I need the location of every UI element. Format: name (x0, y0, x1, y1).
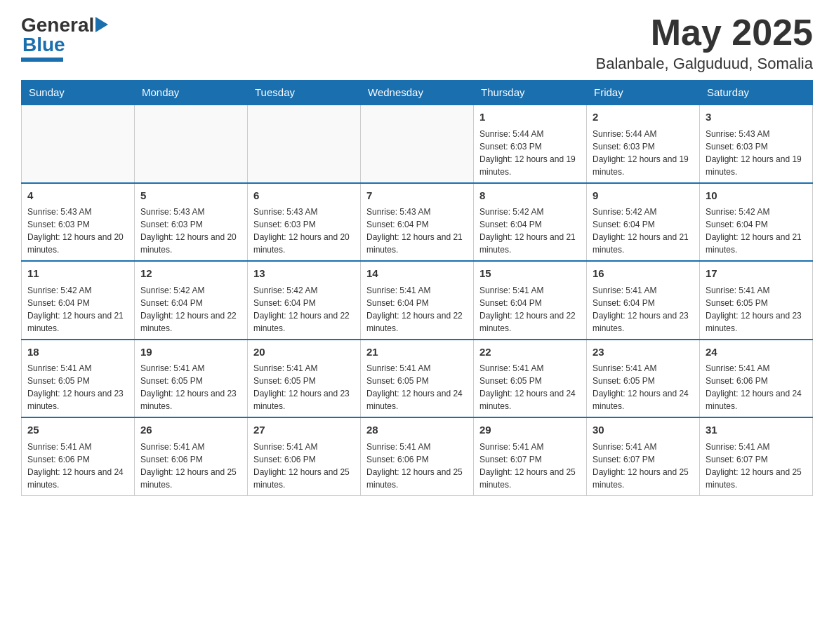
day-info: Daylight: 12 hours and 21 minutes. (593, 231, 694, 256)
day-info: Sunset: 6:05 PM (366, 375, 468, 387)
calendar-cell: 7Sunrise: 5:43 AMSunset: 6:04 PMDaylight… (361, 183, 474, 262)
calendar-cell: 14Sunrise: 5:41 AMSunset: 6:04 PMDayligh… (361, 261, 474, 340)
calendar-cell: 29Sunrise: 5:41 AMSunset: 6:07 PMDayligh… (474, 417, 587, 495)
day-number: 15 (479, 266, 581, 282)
day-info: Daylight: 12 hours and 20 minutes. (27, 231, 128, 256)
day-number: 28 (366, 422, 468, 438)
week-row-1: 1Sunrise: 5:44 AMSunset: 6:03 PMDaylight… (22, 105, 813, 183)
day-info: Sunrise: 5:41 AM (253, 362, 355, 375)
day-info: Daylight: 12 hours and 24 minutes. (706, 387, 807, 412)
calendar-cell: 28Sunrise: 5:41 AMSunset: 6:06 PMDayligh… (361, 417, 474, 495)
week-row-3: 11Sunrise: 5:42 AMSunset: 6:04 PMDayligh… (22, 261, 813, 340)
month-title: May 2025 (596, 14, 813, 51)
day-number: 16 (593, 266, 694, 282)
day-info: Daylight: 12 hours and 21 minutes. (479, 231, 581, 256)
day-info: Sunrise: 5:43 AM (366, 206, 468, 218)
day-info: Sunrise: 5:41 AM (253, 441, 355, 453)
day-number: 27 (253, 422, 355, 438)
day-number: 9 (593, 188, 694, 204)
calendar-cell: 27Sunrise: 5:41 AMSunset: 6:06 PMDayligh… (248, 417, 361, 495)
day-number: 19 (140, 344, 241, 361)
day-info: Sunset: 6:05 PM (140, 375, 241, 387)
day-header-sunday: Sunday (22, 81, 135, 105)
day-info: Sunrise: 5:44 AM (479, 128, 581, 140)
calendar-cell (135, 105, 248, 183)
day-info: Sunrise: 5:42 AM (253, 284, 355, 297)
svg-marker-0 (95, 17, 108, 32)
day-info: Sunrise: 5:41 AM (140, 441, 241, 453)
day-info: Daylight: 12 hours and 24 minutes. (593, 387, 694, 412)
day-info: Sunset: 6:04 PM (479, 297, 581, 309)
calendar-cell: 10Sunrise: 5:42 AMSunset: 6:04 PMDayligh… (700, 183, 813, 262)
day-number: 4 (27, 188, 128, 204)
day-number: 5 (140, 188, 241, 204)
calendar-cell (361, 105, 474, 183)
calendar-cell: 30Sunrise: 5:41 AMSunset: 6:07 PMDayligh… (587, 417, 700, 495)
day-number: 20 (253, 344, 355, 361)
day-number: 26 (140, 422, 241, 438)
day-info: Sunset: 6:05 PM (706, 297, 807, 309)
day-info: Sunset: 6:04 PM (140, 297, 241, 309)
day-info: Sunset: 6:06 PM (706, 375, 807, 387)
week-row-2: 4Sunrise: 5:43 AMSunset: 6:03 PMDaylight… (22, 183, 813, 262)
day-info: Sunset: 6:03 PM (593, 140, 694, 153)
calendar-cell: 26Sunrise: 5:41 AMSunset: 6:06 PMDayligh… (135, 417, 248, 495)
day-info: Daylight: 12 hours and 22 minutes. (140, 309, 241, 335)
calendar-cell: 20Sunrise: 5:41 AMSunset: 6:05 PMDayligh… (248, 340, 361, 418)
day-info: Sunset: 6:03 PM (27, 218, 128, 231)
day-info: Sunset: 6:03 PM (140, 218, 241, 231)
day-info: Daylight: 12 hours and 24 minutes. (479, 387, 581, 412)
calendar-cell (22, 105, 135, 183)
day-info: Sunset: 6:04 PM (593, 297, 694, 309)
day-info: Sunset: 6:04 PM (479, 218, 581, 231)
calendar-cell: 5Sunrise: 5:43 AMSunset: 6:03 PMDaylight… (135, 183, 248, 262)
day-info: Sunset: 6:06 PM (27, 453, 128, 466)
day-info: Daylight: 12 hours and 23 minutes. (593, 309, 694, 335)
day-info: Sunset: 6:04 PM (593, 218, 694, 231)
day-info: Sunset: 6:04 PM (706, 218, 807, 231)
day-number: 17 (706, 266, 807, 282)
day-info: Sunrise: 5:42 AM (593, 206, 694, 218)
day-info: Daylight: 12 hours and 23 minutes. (253, 387, 355, 412)
day-number: 1 (479, 109, 581, 126)
day-info: Sunset: 6:04 PM (27, 297, 128, 309)
day-header-tuesday: Tuesday (248, 81, 361, 105)
day-number: 23 (593, 344, 694, 361)
day-info: Daylight: 12 hours and 24 minutes. (27, 466, 128, 491)
calendar-cell: 1Sunrise: 5:44 AMSunset: 6:03 PMDaylight… (474, 105, 587, 183)
day-header-friday: Friday (587, 81, 700, 105)
day-info: Sunset: 6:07 PM (593, 453, 694, 466)
calendar-cell: 4Sunrise: 5:43 AMSunset: 6:03 PMDaylight… (22, 183, 135, 262)
day-number: 8 (479, 188, 581, 204)
day-info: Sunrise: 5:42 AM (479, 206, 581, 218)
calendar-cell: 15Sunrise: 5:41 AMSunset: 6:04 PMDayligh… (474, 261, 587, 340)
day-info: Sunrise: 5:43 AM (27, 206, 128, 218)
day-info: Sunrise: 5:41 AM (593, 441, 694, 453)
day-info: Sunrise: 5:41 AM (479, 441, 581, 453)
day-info: Sunrise: 5:41 AM (140, 362, 241, 375)
day-info: Daylight: 12 hours and 22 minutes. (366, 309, 468, 335)
calendar-cell: 31Sunrise: 5:41 AMSunset: 6:07 PMDayligh… (700, 417, 813, 495)
day-info: Sunrise: 5:41 AM (593, 362, 694, 375)
day-info: Daylight: 12 hours and 25 minutes. (706, 466, 807, 491)
calendar-cell: 9Sunrise: 5:42 AMSunset: 6:04 PMDaylight… (587, 183, 700, 262)
calendar-cell (248, 105, 361, 183)
day-info: Daylight: 12 hours and 20 minutes. (140, 231, 241, 256)
day-info: Daylight: 12 hours and 24 minutes. (366, 387, 468, 412)
day-info: Daylight: 12 hours and 21 minutes. (706, 231, 807, 256)
day-header-wednesday: Wednesday (361, 81, 474, 105)
calendar-cell: 12Sunrise: 5:42 AMSunset: 6:04 PMDayligh… (135, 261, 248, 340)
day-info: Daylight: 12 hours and 25 minutes. (140, 466, 241, 491)
logo-triangle-icon (95, 17, 108, 35)
day-number: 22 (479, 344, 581, 361)
day-info: Sunset: 6:05 PM (593, 375, 694, 387)
day-info: Sunrise: 5:42 AM (140, 284, 241, 297)
day-info: Sunset: 6:07 PM (706, 453, 807, 466)
calendar-cell: 3Sunrise: 5:43 AMSunset: 6:03 PMDaylight… (700, 105, 813, 183)
day-info: Daylight: 12 hours and 23 minutes. (27, 387, 128, 412)
day-number: 14 (366, 266, 468, 282)
day-info: Sunrise: 5:44 AM (593, 128, 694, 140)
day-info: Daylight: 12 hours and 23 minutes. (140, 387, 241, 412)
calendar-cell: 18Sunrise: 5:41 AMSunset: 6:05 PMDayligh… (22, 340, 135, 418)
day-info: Sunrise: 5:43 AM (140, 206, 241, 218)
